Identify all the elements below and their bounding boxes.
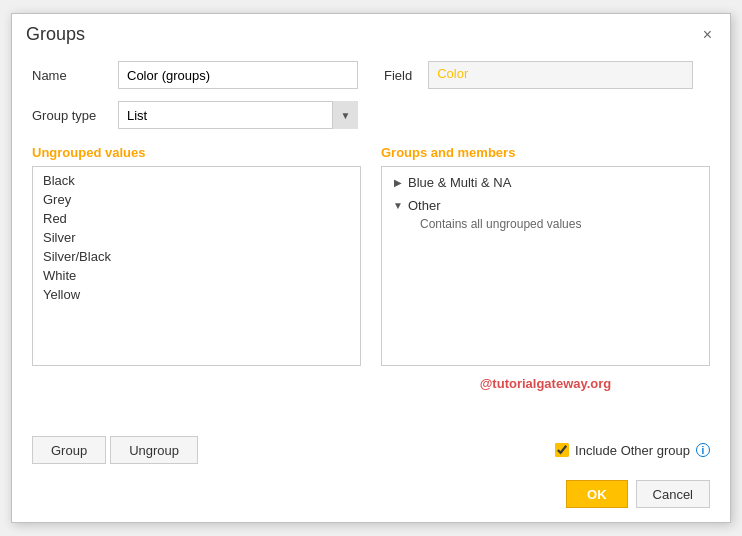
ungroup-button[interactable]: Ungroup bbox=[110, 436, 198, 464]
dialog-titlebar: Groups × bbox=[12, 14, 730, 53]
dialog-footer: OK Cancel bbox=[12, 472, 730, 522]
group-label-other: Other bbox=[408, 198, 441, 213]
list-item[interactable]: Red bbox=[39, 209, 354, 228]
group-row-blue[interactable]: ▶ Blue & Multi & NA bbox=[392, 173, 699, 192]
name-input[interactable] bbox=[118, 61, 358, 89]
groups-section: Groups and members ▶ Blue & Multi & NA ▼ bbox=[381, 145, 710, 391]
list-item[interactable]: Yellow bbox=[39, 285, 354, 304]
groups-list[interactable]: ▶ Blue & Multi & NA ▼ Other Contains all… bbox=[381, 166, 710, 366]
group-item-other: ▼ Other Contains all ungrouped values bbox=[388, 194, 703, 235]
include-other-row: Include Other group i bbox=[555, 443, 710, 458]
ok-button[interactable]: OK bbox=[566, 480, 628, 508]
ungrouped-title: Ungrouped values bbox=[32, 145, 361, 160]
dialog-title: Groups bbox=[26, 24, 85, 45]
group-type-label: Group type bbox=[32, 108, 102, 123]
group-type-wrapper: List Bin ▼ bbox=[118, 101, 358, 129]
expand-icon-blue: ▶ bbox=[392, 177, 404, 188]
list-item[interactable]: Silver/Black bbox=[39, 247, 354, 266]
list-item[interactable]: Grey bbox=[39, 190, 354, 209]
group-ungroup-buttons: Group Ungroup bbox=[32, 436, 198, 464]
list-item[interactable]: White bbox=[39, 266, 354, 285]
group-item-blue: ▶ Blue & Multi & NA bbox=[388, 171, 703, 194]
ungrouped-list[interactable]: Black Grey Red Silver Silver/Black White… bbox=[32, 166, 361, 366]
group-type-row: Group type List Bin ▼ bbox=[32, 101, 710, 129]
name-label: Name bbox=[32, 68, 102, 83]
info-icon[interactable]: i bbox=[696, 443, 710, 457]
expand-icon-other: ▼ bbox=[392, 200, 404, 211]
groups-dialog: Groups × Name Field Color Group type Lis… bbox=[11, 13, 731, 523]
lists-row: Ungrouped values Black Grey Red Silver S… bbox=[32, 145, 710, 391]
groups-title: Groups and members bbox=[381, 145, 710, 160]
watermark: @tutorialgateway.org bbox=[381, 376, 710, 391]
cancel-button[interactable]: Cancel bbox=[636, 480, 710, 508]
group-label-blue: Blue & Multi & NA bbox=[408, 175, 511, 190]
field-label: Field bbox=[384, 68, 412, 83]
list-item[interactable]: Silver bbox=[39, 228, 354, 247]
field-value: Color bbox=[428, 61, 693, 89]
group-row-other[interactable]: ▼ Other bbox=[392, 196, 699, 215]
group-button[interactable]: Group bbox=[32, 436, 106, 464]
list-item[interactable]: Black bbox=[39, 171, 354, 190]
name-field-row: Name Field Color bbox=[32, 61, 710, 89]
close-button[interactable]: × bbox=[699, 25, 716, 45]
ungrouped-section: Ungrouped values Black Grey Red Silver S… bbox=[32, 145, 361, 391]
bottom-bar: Group Ungroup Include Other group i bbox=[12, 428, 730, 472]
include-other-checkbox[interactable] bbox=[555, 443, 569, 457]
include-other-label: Include Other group bbox=[575, 443, 690, 458]
dialog-body: Name Field Color Group type List Bin ▼ U… bbox=[12, 53, 730, 428]
group-child-other: Contains all ungrouped values bbox=[392, 215, 699, 233]
group-type-select[interactable]: List Bin bbox=[118, 101, 358, 129]
